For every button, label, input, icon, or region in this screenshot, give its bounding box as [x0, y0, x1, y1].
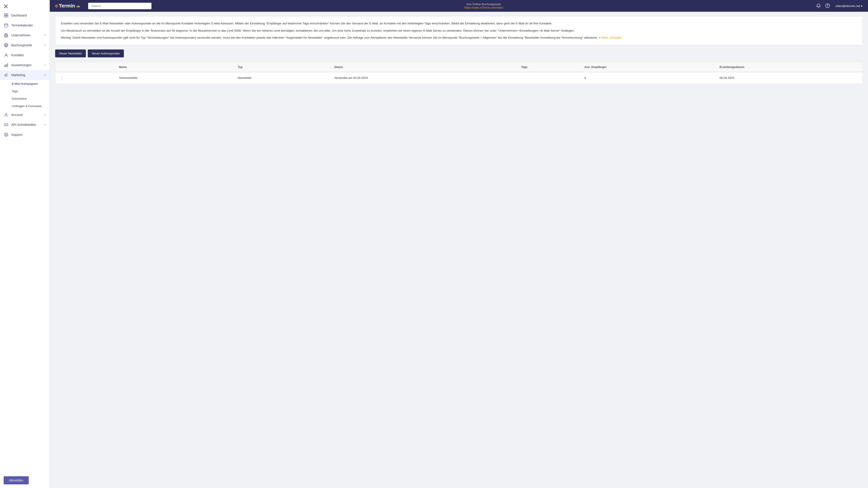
buchungsseite-label: Ihre Online Buchungsseite [467, 2, 501, 6]
row-name: Testnewsletter [115, 72, 234, 84]
new-newsletter-button[interactable]: Neuer Newsletter [55, 50, 86, 57]
sidebar-item-account[interactable]: Account > [0, 110, 50, 120]
sidebar-item-buchungsseite[interactable]: Buchungsseite > [0, 40, 50, 50]
sidebar-sub-tags[interactable]: Tags [0, 88, 50, 95]
svg-rect-24 [7, 64, 8, 67]
sidebar-item-dashboard[interactable]: Dashboard [0, 10, 50, 20]
svg-line-33 [5, 135, 6, 136]
sidebar-item-support[interactable]: Support [0, 130, 50, 140]
row-anz-empfaenger: 4 [581, 72, 716, 84]
user-icon [4, 112, 8, 117]
sidebar-item-unternehmen[interactable]: Unternehmen > [0, 30, 50, 40]
col-anz-empfaenger: Anz. Empfänger [581, 62, 716, 72]
logo-termin: Termin [59, 3, 75, 9]
user-menu[interactable]: video@etermin.net ▾ [835, 4, 863, 8]
info-paragraph-1: Erstellen und versenden Sie E-Mail Newsl… [61, 21, 857, 26]
chevron-right-icon: > [44, 43, 46, 47]
bell-icon[interactable] [816, 3, 821, 9]
logo-e: e [55, 3, 58, 9]
svg-line-31 [5, 133, 6, 134]
header-icons [816, 3, 830, 9]
chevron-right-icon: > [44, 64, 46, 67]
col-menu [55, 62, 115, 72]
help-icon[interactable] [825, 3, 830, 9]
new-autoresponder-button[interactable]: Neuer Autoresponder [88, 50, 124, 57]
sidebar: Dashboard Terminkalender Unternehm [0, 0, 50, 488]
sidebar-item-label: Marketing [11, 73, 25, 77]
sidebar-item-label: Account [11, 113, 23, 117]
content-area: Erstellen und versenden Sie E-Mail Newsl… [50, 12, 868, 488]
user-dropdown-icon: ▾ [861, 4, 863, 8]
col-name: Name [115, 62, 234, 72]
svg-point-30 [5, 134, 7, 135]
col-typ: Typ [234, 62, 331, 72]
logo: eTermin ☁ [55, 3, 80, 9]
mehr-anzeigen-link[interactable]: Mehr anzeigen [601, 36, 622, 39]
info-box: Erstellen und versenden Sie E-Mail Newsl… [55, 16, 863, 45]
info-paragraph-2: Um Missbrauch zu vermeiden ist die Anzah… [61, 28, 857, 33]
row-tags [518, 72, 581, 84]
sidebar-bottom: Abmelden [0, 473, 50, 488]
header-buchungsseite: Ihre Online Buchungsseite https://www.eT… [155, 2, 812, 9]
svg-rect-3 [6, 13, 8, 15]
chevron-right-icon: > [44, 113, 46, 116]
sidebar-item-marketing[interactable]: Marketing v [0, 70, 50, 80]
search-box [88, 3, 151, 9]
sidebar-sub-umfragen[interactable]: Umfragen & Formulare [0, 102, 50, 110]
chevron-right-icon: > [44, 123, 46, 126]
building-icon [4, 33, 8, 38]
sidebar-sub-email-kampagnen[interactable]: E-Mail Kampagnen [0, 80, 50, 88]
user-email: video@etermin.net [835, 4, 860, 8]
buchungsseite-url[interactable]: https://www.eTermin.net/video [464, 6, 503, 9]
main-area: eTermin ☁ Ihre Online Buchungsseite http… [50, 0, 868, 488]
info-paragraph-3: Wichtig: Damit Newsletter und Autorespon… [61, 35, 857, 40]
sidebar-sub-gutscheine[interactable]: Gutscheine [0, 95, 50, 102]
col-erstellungsdatum: Erstellungsdatum [716, 62, 862, 72]
sidebar-item-terminkalender[interactable]: Terminkalender [0, 20, 50, 30]
sidebar-item-label: Support [11, 133, 22, 136]
svg-point-26 [5, 113, 7, 115]
sidebar-item-label: Terminkalender [11, 24, 33, 27]
sidebar-close-button[interactable] [0, 0, 50, 10]
sidebar-item-label: Auswertungen [11, 63, 32, 67]
search-input[interactable] [88, 3, 151, 9]
row-erstellungsdatum: 06.04.2023 [716, 72, 862, 84]
svg-rect-6 [4, 24, 8, 27]
sidebar-item-label: Buchungsseite [11, 43, 32, 47]
svg-rect-2 [4, 13, 6, 15]
svg-rect-23 [6, 64, 6, 67]
row-typ: Newsletter [234, 72, 331, 84]
campaigns-table-container: Name Typ Status Tags Anz. Empfänger Erst… [55, 62, 863, 84]
chevron-right-icon: > [44, 34, 46, 37]
campaigns-table: Name Typ Status Tags Anz. Empfänger Erst… [55, 62, 862, 84]
sidebar-item-kontakte[interactable]: Kontakte [0, 50, 50, 60]
sidebar-sub-label: Tags [12, 90, 18, 93]
svg-point-36 [827, 6, 828, 7]
contacts-icon [4, 53, 8, 58]
row-context-menu-icon[interactable]: ⋮ [59, 76, 65, 80]
row-status: Versendet am 20.04.2023 [331, 72, 517, 84]
svg-rect-10 [4, 34, 8, 37]
abmelden-button[interactable]: Abmelden [4, 476, 29, 484]
svg-rect-15 [5, 33, 7, 34]
sidebar-item-label: Unternehmen [11, 33, 31, 37]
header: eTermin ☁ Ihre Online Buchungsseite http… [50, 0, 868, 12]
chevron-down-icon: v [44, 73, 46, 76]
col-status: Status [331, 62, 517, 72]
sidebar-item-auswertungen[interactable]: Auswertungen > [0, 60, 50, 70]
sidebar-sub-label: Gutscheine [12, 97, 27, 100]
globe-icon [4, 43, 8, 48]
chart-icon [4, 63, 8, 68]
sidebar-sub-label: E-Mail Kampagnen [12, 82, 38, 86]
table-row: ⋮ Testnewsletter Newsletter Versendet am… [55, 72, 862, 84]
svg-rect-5 [6, 15, 8, 17]
sidebar-item-api[interactable]: API Schnittstellen > [0, 120, 50, 130]
cloud-icon: ☁ [76, 3, 80, 8]
megaphone-icon [4, 72, 8, 77]
action-buttons: Neuer Newsletter Neuer Autoresponder [55, 50, 863, 57]
sidebar-sub-label: Umfragen & Formulare [12, 104, 41, 108]
mehr-anzeigen-icon: ♥ [599, 36, 600, 39]
info-paragraph-3-text: Wichtig: Damit Newsletter und Autorespon… [61, 36, 598, 39]
calendar-icon [4, 23, 8, 28]
sidebar-item-label: API Schnittstellen [11, 123, 36, 127]
